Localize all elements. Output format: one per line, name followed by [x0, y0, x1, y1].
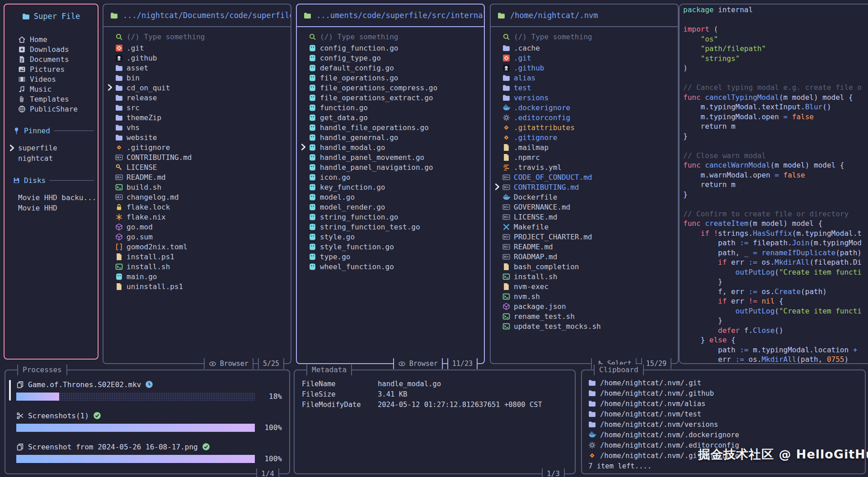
file-row[interactable]: changelog.md [115, 192, 287, 202]
file-row[interactable]: .npmrc [502, 152, 674, 162]
file-row[interactable]: .mailmap [502, 142, 674, 152]
file-row[interactable]: style_function.go [309, 242, 480, 252]
pinned-item-nightcat[interactable]: nightcat [5, 153, 98, 164]
disk-item[interactable]: Movie HHD backu... [5, 192, 98, 203]
file-row[interactable]: key_function.go [309, 182, 480, 192]
file-row[interactable]: README.md [502, 242, 674, 252]
file-row[interactable]: .gitignore [115, 142, 287, 152]
file-row[interactable]: bash_completion [502, 262, 674, 271]
file-row[interactable]: model.go [309, 192, 480, 202]
file-row[interactable]: .dockerignore [502, 103, 674, 112]
file-row[interactable]: model_render.go [309, 202, 480, 212]
file-row[interactable]: .gitignore [502, 132, 674, 142]
file-row[interactable]: string_function.go [309, 212, 480, 222]
file-row[interactable]: string_function_test.go [309, 222, 480, 232]
file-row[interactable]: config_function.go [309, 43, 480, 53]
file-row[interactable]: GOVERNANCE.md [502, 202, 674, 212]
process-item[interactable]: Screenshot from 2024-05-26 16-08-17.png1… [16, 442, 282, 463]
file-row[interactable]: versions [502, 93, 674, 103]
file-row[interactable]: handle_panel_navigation.go [309, 162, 480, 172]
file-row[interactable]: rename_test.sh [502, 311, 674, 321]
file-name: file_operations_compress.go [320, 84, 437, 92]
file-row[interactable]: handle_file_operations.go [309, 122, 480, 132]
file-row[interactable]: main.go [115, 271, 287, 281]
file-row[interactable]: update_test_mocks.sh [502, 321, 674, 331]
file-row[interactable]: bin [115, 73, 287, 83]
file-row[interactable]: CONTRIBUTING.md [502, 182, 674, 192]
file-row[interactable]: style.go [309, 232, 480, 242]
file-row[interactable]: test [502, 83, 674, 93]
sidebar-item-music[interactable]: Music [5, 84, 98, 94]
file-row[interactable]: LICENSE.md [502, 212, 674, 222]
panel-path-bar[interactable]: .../nightcat/Documents/code/superfile [103, 5, 291, 27]
file-row[interactable]: alias [502, 73, 674, 83]
file-row[interactable]: themeZip [115, 112, 287, 122]
file-name: main.go [127, 272, 157, 281]
file-row[interactable]: uninstall.ps1 [115, 281, 287, 291]
sidebar-item-home[interactable]: Home [5, 34, 98, 44]
file-row[interactable]: build.sh [115, 182, 287, 192]
file-row[interactable]: .gitattributes [502, 122, 674, 132]
panel-search-input[interactable]: (/) Type something [115, 32, 287, 42]
sidebar-item-publicshare[interactable]: PublicShare [5, 104, 98, 114]
panel-search-input[interactable]: (/) Type something [502, 32, 674, 42]
file-row[interactable]: release [115, 93, 287, 103]
panel-search-input[interactable]: (/) Type something [309, 32, 480, 42]
panel-path-bar[interactable]: /home/nightcat/.nvm [491, 5, 678, 27]
file-row[interactable]: LICENSE [115, 162, 287, 172]
file-row[interactable]: .editorconfig [502, 112, 674, 122]
sidebar-item-pictures[interactable]: Pictures [5, 64, 98, 74]
file-row[interactable]: handle_genernal.go [309, 132, 480, 142]
file-row[interactable]: wheel_function.go [309, 262, 480, 271]
file-row[interactable]: go.mod [115, 222, 287, 232]
file-row[interactable]: handle_modal.go [309, 142, 480, 152]
file-row[interactable]: gomod2nix.toml [115, 242, 287, 252]
file-row[interactable]: install.sh [115, 262, 287, 271]
process-item[interactable]: Screenshots(1)100% [16, 411, 282, 432]
file-row[interactable]: vhs [115, 122, 287, 132]
file-row[interactable]: config_type.go [309, 53, 480, 63]
file-row[interactable]: get_data.go [309, 112, 480, 122]
disk-item[interactable]: Movie HHD [5, 203, 98, 213]
file-row[interactable]: ROADMAP.md [502, 252, 674, 262]
file-row[interactable]: default_config.go [309, 63, 480, 73]
file-row[interactable]: .travis.yml [502, 162, 674, 172]
file-row[interactable]: .git [502, 53, 674, 63]
file-row[interactable]: CONTRIBUTING.md [115, 152, 287, 162]
sidebar-item-downloads[interactable]: Downloads [5, 44, 98, 54]
file-row[interactable]: flake.lock [115, 202, 287, 212]
file-row[interactable]: install.ps1 [115, 252, 287, 262]
file-row[interactable]: README.md [115, 172, 287, 182]
file-row[interactable]: .cache [502, 43, 674, 53]
file-row[interactable]: Makefile [502, 222, 674, 232]
file-row[interactable]: icon.go [309, 172, 480, 182]
file-row[interactable]: nvm.sh [502, 291, 674, 301]
sidebar-item-templates[interactable]: Templates [5, 94, 98, 104]
file-row[interactable]: cd_on_quit [115, 83, 287, 93]
process-item[interactable]: Game.of.Thrones.S02E02.mkv18% [16, 379, 282, 401]
file-row[interactable]: src [115, 103, 287, 112]
file-row[interactable]: function.go [309, 103, 480, 112]
file-row[interactable]: nvm-exec [502, 281, 674, 291]
file-row[interactable]: type.go [309, 252, 480, 262]
file-row[interactable]: go.sum [115, 232, 287, 242]
file-row[interactable]: PROJECT_CHARTER.md [502, 232, 674, 242]
sidebar-item-documents[interactable]: Documents [5, 54, 98, 64]
sidebar-item-videos[interactable]: Videos [5, 74, 98, 84]
file-row[interactable]: install.sh [502, 271, 674, 281]
file-row[interactable]: .github [502, 63, 674, 73]
file-row[interactable]: handle_panel_movement.go [309, 152, 480, 162]
file-row[interactable]: file_operations_extract.go [309, 93, 480, 103]
file-row[interactable]: asset [115, 63, 287, 73]
panel-path-bar[interactable]: ...uments/code/superfile/src/internal [297, 5, 484, 27]
file-row[interactable]: flake.nix [115, 212, 287, 222]
file-row[interactable]: .github [115, 53, 287, 63]
file-row[interactable]: .git [115, 43, 287, 53]
file-row[interactable]: file_operations.go [309, 73, 480, 83]
file-row[interactable]: Dockerfile [502, 192, 674, 202]
file-row[interactable]: website [115, 132, 287, 142]
file-row[interactable]: file_operations_compress.go [309, 83, 480, 93]
file-row[interactable]: package.json [502, 301, 674, 311]
pinned-item-superfile[interactable]: superfile [5, 143, 98, 153]
file-row[interactable]: CODE_OF_CONDUCT.md [502, 172, 674, 182]
